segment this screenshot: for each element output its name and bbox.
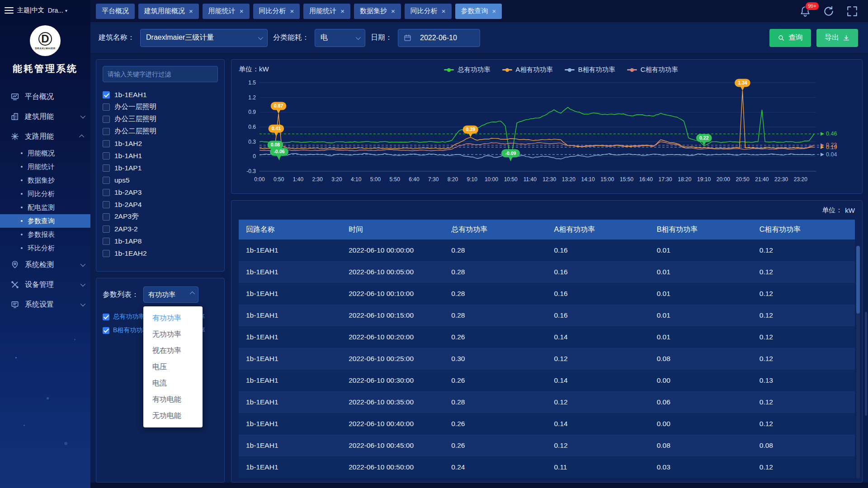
tab-数据集抄[interactable]: 数据集抄× bbox=[354, 4, 401, 19]
checkbox[interactable] bbox=[103, 140, 110, 147]
circuit-filter-input[interactable] bbox=[103, 66, 218, 82]
circuit-item[interactable]: 1b-1AP1 bbox=[103, 162, 218, 174]
sidebar-subitem-同比分析[interactable]: 同比分析 bbox=[0, 187, 90, 201]
tab-用能统计[interactable]: 用能统计× bbox=[203, 4, 250, 19]
checkbox[interactable] bbox=[103, 189, 110, 196]
legend-item-C相有功功率[interactable]: C相有功功率 bbox=[627, 66, 678, 74]
checkbox[interactable] bbox=[103, 314, 109, 320]
sidebar-subitem-参数查询[interactable]: 参数查询 bbox=[0, 214, 90, 228]
tab-close-icon[interactable]: × bbox=[492, 8, 496, 14]
circuit-item[interactable]: 1b-1AH2 bbox=[103, 137, 218, 150]
tab-建筑用能概况[interactable]: 建筑用能概况× bbox=[138, 4, 199, 19]
series-checkbox-label: 总有功功率 bbox=[113, 313, 145, 321]
checkbox[interactable] bbox=[103, 177, 110, 184]
export-button[interactable]: 导出 bbox=[816, 29, 858, 47]
dropdown-option-视在功率[interactable]: 视在功率 bbox=[143, 343, 203, 359]
sidebar-item-系统检测[interactable]: 系统检测 bbox=[0, 255, 90, 275]
scrollbar-thumb[interactable] bbox=[856, 246, 860, 314]
energy-type-select[interactable]: 电 bbox=[315, 29, 365, 47]
sidebar-subitem-用能统计[interactable]: 用能统计 bbox=[0, 160, 90, 174]
refresh-icon[interactable] bbox=[823, 5, 835, 17]
circuit-item[interactable]: ups5 bbox=[103, 174, 218, 186]
dropdown-option-电压[interactable]: 电压 bbox=[143, 359, 203, 375]
sidebar-item-平台概况[interactable]: 平台概况 bbox=[0, 87, 90, 107]
sidebar-subitem-label: 用能概况 bbox=[28, 149, 55, 158]
building-select[interactable]: Draexlmaier三级计量 bbox=[140, 29, 268, 47]
legend-item-B相有功功率[interactable]: B相有功功率 bbox=[565, 66, 615, 74]
circuit-label: 办公三层照明 bbox=[114, 114, 156, 124]
checkbox[interactable] bbox=[103, 201, 110, 208]
tab-close-icon[interactable]: × bbox=[240, 8, 244, 14]
checkbox[interactable] bbox=[103, 152, 110, 160]
column-header-A相有功功率: A相有功功率 bbox=[547, 220, 649, 239]
fullscreen-icon[interactable] bbox=[846, 5, 858, 17]
table-scrollbar[interactable] bbox=[856, 246, 860, 479]
dropdown-option-有功功率[interactable]: 有功功率 bbox=[143, 310, 203, 326]
svg-text:19:10: 19:10 bbox=[697, 176, 711, 183]
table-row: 1b-1EAH12022-06-10 00:30:000.260.140.000… bbox=[239, 370, 855, 391]
sidebar-subitem-环比分析[interactable]: 环比分析 bbox=[0, 241, 90, 255]
checkbox[interactable] bbox=[103, 250, 110, 257]
parameter-select[interactable]: 有功功率 bbox=[143, 286, 198, 303]
tab-close-icon[interactable]: × bbox=[290, 8, 294, 14]
circuit-item[interactable]: 1b-1AP8 bbox=[103, 235, 218, 247]
query-button[interactable]: 查询 bbox=[769, 29, 811, 47]
tab-平台概况[interactable]: 平台概况 bbox=[96, 4, 135, 19]
sidebar-item-建筑用能[interactable]: 建筑用能 bbox=[0, 107, 90, 127]
svg-text:0.6: 0.6 bbox=[248, 124, 256, 130]
table-cell: 2022-06-10 00:35:00 bbox=[341, 391, 444, 413]
sidebar-subitem-用能概况[interactable]: 用能概况 bbox=[0, 146, 90, 160]
tab-同比分析[interactable]: 同比分析× bbox=[253, 4, 300, 19]
tab-同比分析[interactable]: 同比分析× bbox=[405, 4, 452, 19]
tab-参数查询[interactable]: 参数查询× bbox=[455, 4, 502, 19]
sidebar-subitem-配电监测[interactable]: 配电监测 bbox=[0, 201, 90, 214]
checkbox[interactable] bbox=[103, 327, 109, 334]
checkbox[interactable] bbox=[103, 238, 110, 245]
download-icon bbox=[843, 34, 850, 42]
tab-label: 参数查询 bbox=[461, 7, 488, 15]
tab-close-icon[interactable]: × bbox=[189, 8, 193, 14]
page-scrollbar[interactable] bbox=[865, 312, 867, 416]
checkbox[interactable] bbox=[103, 128, 110, 135]
dropdown-option-无功电能[interactable]: 无功电能 bbox=[143, 408, 203, 424]
checkbox[interactable] bbox=[103, 116, 110, 123]
tab-用能统计[interactable]: 用能统计× bbox=[303, 4, 350, 19]
circuit-item[interactable]: 办公二层照明 bbox=[103, 125, 218, 137]
checkbox[interactable] bbox=[103, 213, 110, 221]
legend-item-A相有功功率[interactable]: A相有功功率 bbox=[502, 66, 553, 74]
sidebar-subitem-参数报表[interactable]: 参数报表 bbox=[0, 228, 90, 241]
sidebar-item-系统设置[interactable]: 系统设置 bbox=[0, 295, 90, 314]
notifications-bell-icon[interactable]: 99+ bbox=[799, 5, 811, 17]
sidebar-item-设备管理[interactable]: 设备管理 bbox=[0, 275, 90, 295]
bullet-icon bbox=[21, 206, 23, 208]
sidebar-subitem-数据集抄[interactable]: 数据集抄 bbox=[0, 174, 90, 187]
dropdown-option-有功电能[interactable]: 有功电能 bbox=[143, 391, 203, 408]
legend-item-总有功功率[interactable]: 总有功功率 bbox=[444, 66, 491, 74]
checkbox[interactable] bbox=[103, 225, 110, 233]
circuit-item[interactable]: 2AP3-2 bbox=[103, 223, 218, 235]
circuit-item[interactable]: 1b-1AH1 bbox=[103, 150, 218, 162]
tab-close-icon[interactable]: × bbox=[442, 8, 446, 14]
circuit-item[interactable]: 办公一层照明 bbox=[103, 101, 218, 113]
circuit-label: 2AP3旁 bbox=[114, 212, 138, 221]
circuit-item[interactable]: 1b-1EAH1 bbox=[103, 89, 218, 101]
circuit-item[interactable]: 1b-2AP4 bbox=[103, 198, 218, 211]
circuit-item[interactable]: 2AP3旁 bbox=[103, 211, 218, 223]
table-row: 1b-1EAH12022-06-10 00:15:000.280.160.010… bbox=[239, 305, 855, 326]
menu-toggle-icon[interactable] bbox=[5, 7, 14, 14]
theme-language-label[interactable]: 主题|中文 bbox=[17, 6, 44, 14]
building-quick-dropdown[interactable]: Dra... ▾ bbox=[48, 7, 67, 14]
dropdown-option-电流[interactable]: 电流 bbox=[143, 375, 203, 391]
sidebar-item-支路用能[interactable]: 支路用能 bbox=[0, 127, 90, 146]
tab-bar: 平台概况建筑用能概况×用能统计×同比分析×用能统计×数据集抄×同比分析×参数查询… bbox=[96, 4, 790, 19]
tab-close-icon[interactable]: × bbox=[391, 8, 395, 14]
circuit-item[interactable]: 办公三层照明 bbox=[103, 113, 218, 125]
checkbox[interactable] bbox=[103, 91, 110, 99]
circuit-item[interactable]: 1b-1EAH2 bbox=[103, 247, 218, 259]
circuit-item[interactable]: 1b-2AP3 bbox=[103, 186, 218, 198]
tab-close-icon[interactable]: × bbox=[340, 8, 344, 14]
checkbox[interactable] bbox=[103, 103, 110, 111]
checkbox[interactable] bbox=[103, 164, 110, 172]
dropdown-option-无功功率[interactable]: 无功功率 bbox=[143, 326, 203, 343]
date-picker[interactable]: 2022-06-10 bbox=[398, 29, 480, 47]
